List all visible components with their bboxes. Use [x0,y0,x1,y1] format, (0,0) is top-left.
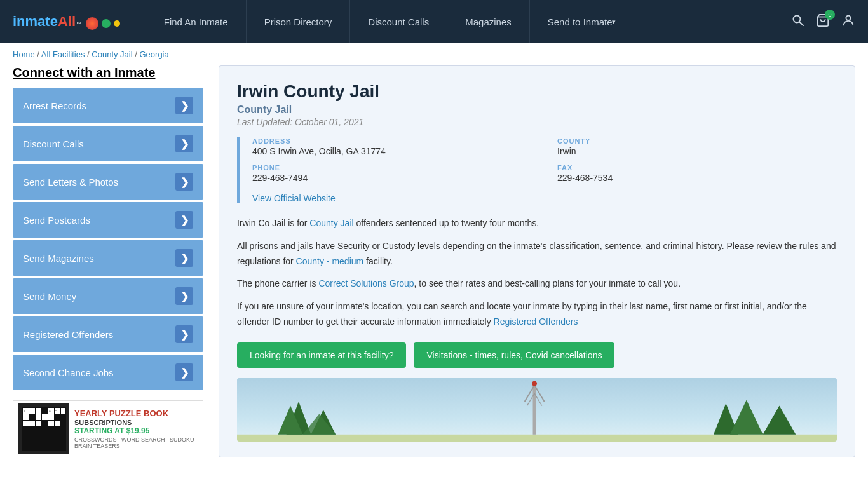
svg-point-3 [846,15,850,20]
svg-rect-6 [29,408,35,414]
sidebar-item-label: Second Chance Jobs [23,367,114,378]
svg-rect-20 [36,421,41,426]
phone-carrier-link[interactable]: Correct Solutions Group [318,278,414,288]
svg-rect-16 [48,414,54,420]
svg-rect-14 [36,414,41,420]
main-layout: Connect with an Inmate Arrest Records ❯ … [0,65,868,470]
arrow-icon: ❯ [175,363,193,381]
official-website-link[interactable]: View Official Website [252,193,336,203]
navbar-icons: 0 [792,13,855,30]
fax-label: FAX [557,164,837,172]
ad-banner[interactable]: 1 4 5 YEARLY PUZZLE BOOK SUBSCRIPTIONS S… [13,400,203,458]
site-logo[interactable]: inmateAll™ [13,13,120,30]
action-buttons: Looking for an inmate at this facility? … [237,342,837,368]
svg-line-1 [800,22,804,25]
nav-find-inmate[interactable]: Find An Inmate [146,0,247,43]
sidebar-title: Connect with an Inmate [13,65,203,80]
sidebar-menu: Arrest Records ❯ Discount Calls ❯ Send L… [13,88,203,390]
phone-value: 229-468-7494 [252,173,532,183]
svg-rect-28 [237,435,837,442]
breadcrumb-all-facilities[interactable]: All Facilities [41,50,85,59]
sidebar-item-label: Arrest Records [23,100,86,111]
county-label: COUNTY [557,137,837,145]
address-label: ADDRESS [252,137,532,145]
breadcrumb-home[interactable]: Home [13,50,35,59]
svg-rect-7 [36,408,41,414]
svg-rect-17 [55,414,60,420]
search-icon[interactable] [792,14,804,30]
sidebar-item-send-money[interactable]: Send Money ❯ [13,278,203,314]
sidebar: Connect with an Inmate Arrest Records ❯ … [13,65,203,458]
svg-rect-15 [42,414,48,420]
svg-text:5: 5 [55,409,57,413]
ad-puzzle-icon: 1 4 5 [18,403,69,454]
svg-rect-13 [29,414,35,420]
arrow-icon: ❯ [175,287,193,305]
arrow-icon: ❯ [175,325,193,343]
sidebar-item-label: Send Money [23,291,76,302]
ad-price: STARTING AT $19.95 [74,426,198,435]
address-block: ADDRESS 400 S Irwin Ave, Ocilla, GA 3177… [252,137,532,156]
county-jail-link[interactable]: County Jail [309,218,353,228]
nav-magazines[interactable]: Magazines [447,0,530,43]
ad-desc: CROSSWORDS · WORD SEARCH · SUDOKU · BRAI… [74,437,198,449]
sidebar-item-send-postcards[interactable]: Send Postcards ❯ [13,202,203,238]
ad-title: YEARLY PUZZLE BOOK [74,409,198,419]
cart-count: 0 [825,10,835,20]
sidebar-item-second-chance-jobs[interactable]: Second Chance Jobs ❯ [13,355,203,390]
facility-photo [237,378,837,442]
fax-block: FAX 229-468-7534 [557,164,837,183]
sidebar-item-label: Registered Offenders [23,329,113,340]
nav-send-to-inmate[interactable]: Send to Inmate [530,0,635,43]
desc-para1: Irwin Co Jail is for County Jail offende… [237,216,837,231]
inmate-search-button[interactable]: Looking for an inmate at this facility? [237,342,406,368]
svg-rect-19 [29,421,35,426]
desc-para3: The phone carrier is Correct Solutions G… [237,276,837,292]
sidebar-item-send-letters-photos[interactable]: Send Letters & Photos ❯ [13,164,203,200]
sidebar-item-send-magazines[interactable]: Send Magazines ❯ [13,240,203,276]
arrow-icon: ❯ [175,211,193,229]
county-medium-link[interactable]: County - medium [296,256,364,266]
svg-rect-18 [23,421,29,426]
visitations-button[interactable]: Visitations - times, rules, Covid cancel… [414,342,614,368]
ad-subtitle: SUBSCRIPTIONS [74,419,198,426]
website-block: View Official Website [252,193,837,203]
user-icon[interactable] [841,13,855,30]
sidebar-item-arrest-records[interactable]: Arrest Records ❯ [13,88,203,123]
svg-text:1: 1 [24,409,25,413]
facility-name: Irwin County Jail [237,81,837,102]
sidebar-item-label: Send Postcards [23,215,90,226]
svg-rect-22 [48,421,54,426]
phone-block: PHONE 229-468-7494 [252,164,532,183]
svg-rect-36 [533,385,536,435]
facility-type: County Jail [237,104,837,116]
svg-rect-8 [42,408,48,414]
arrow-icon: ❯ [175,249,193,267]
navbar-links: Find An Inmate Prison Directory Discount… [146,0,792,43]
svg-rect-23 [55,421,60,426]
cart-icon[interactable]: 0 [816,13,830,30]
ad-inner: 1 4 5 YEARLY PUZZLE BOOK SUBSCRIPTIONS S… [13,401,203,457]
nav-discount-calls[interactable]: Discount Calls [350,0,447,43]
svg-rect-21 [42,421,48,426]
breadcrumb: Home / All Facilities / County Jail / Ge… [0,43,868,65]
breadcrumb-county-jail[interactable]: County Jail [92,50,132,59]
county-block: COUNTY Irwin [557,137,837,156]
nav-prison-directory[interactable]: Prison Directory [247,0,351,43]
sidebar-item-registered-offenders[interactable]: Registered Offenders ❯ [13,316,203,352]
arrow-icon: ❯ [175,135,193,152]
content-panel: Irwin County Jail County Jail Last Updat… [219,65,855,458]
sidebar-item-label: Send Letters & Photos [23,177,118,187]
svg-rect-11 [61,408,65,414]
sidebar-item-label: Discount Calls [23,139,84,149]
fax-value: 229-468-7534 [557,173,837,183]
sidebar-item-discount-calls[interactable]: Discount Calls ❯ [13,126,203,161]
breadcrumb-georgia[interactable]: Georgia [139,50,168,59]
address-value: 400 S Irwin Ave, Ocilla, GA 31774 [252,146,532,156]
registered-offenders-link[interactable]: Registered Offenders [494,316,578,327]
phone-label: PHONE [252,164,532,172]
desc-para4: If you are unsure of your inmate's locat… [237,299,837,330]
facility-info-grid: ADDRESS 400 S Irwin Ave, Ocilla, GA 3177… [237,137,837,203]
facility-description: Irwin Co Jail is for County Jail offende… [237,216,837,330]
svg-point-41 [532,381,537,386]
